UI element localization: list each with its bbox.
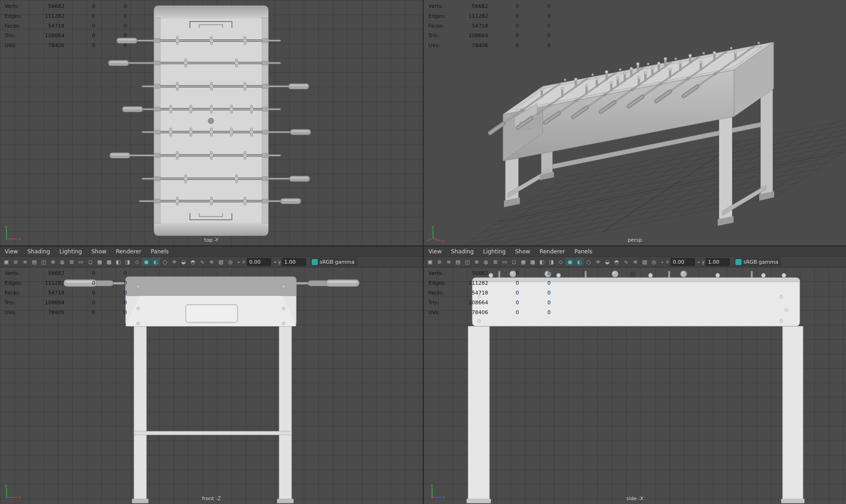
colorspace-control[interactable]: sRGB gamma xyxy=(734,258,781,266)
exposure-icon: ☼ xyxy=(242,259,246,265)
panel-side-view: ViewShadingLightingShowRendererPanels ▣⊘… xyxy=(424,246,846,504)
motion-blur-icon[interactable]: ∿ xyxy=(622,258,630,266)
resolution-gate-icon[interactable]: ◻ xyxy=(86,258,95,266)
isolate-select-icon[interactable]: ◎ xyxy=(226,258,235,266)
gamma-field[interactable]: 1.00 xyxy=(282,258,306,266)
menu-item-panels[interactable]: Panels xyxy=(570,246,597,256)
panel-menu-bar: ViewShadingLightingShowRendererPanels xyxy=(424,246,846,257)
safe-title-icon[interactable]: ◨ xyxy=(123,258,132,266)
pan-zoom-icon[interactable]: ⊕ xyxy=(49,258,57,266)
all-lights-icon[interactable]: ✛ xyxy=(170,258,179,266)
bookmark-icon[interactable]: ▤ xyxy=(30,258,39,266)
expand-caret-icon[interactable]: ▸ xyxy=(237,260,241,264)
film-gate-icon[interactable]: ▭ xyxy=(500,258,509,266)
shadows-icon[interactable]: ◒ xyxy=(603,258,612,266)
top-viewport-canvas[interactable]: Verts: 56682 0 0 Edges: 111282 0 0 Faces… xyxy=(0,0,423,245)
gate-mask-icon[interactable]: ▦ xyxy=(519,258,528,266)
menu-item-lighting[interactable]: Lighting xyxy=(478,246,510,256)
motion-blur-icon[interactable]: ∿ xyxy=(198,258,207,266)
all-lights-icon[interactable]: ✛ xyxy=(594,258,602,266)
colorspace-control[interactable]: sRGB gamma xyxy=(310,258,357,266)
safe-title-icon[interactable]: ◨ xyxy=(547,258,556,266)
grid-icon[interactable]: ⊞ xyxy=(67,258,76,266)
camera-attributes-icon[interactable]: ≡ xyxy=(444,258,453,266)
safe-action-icon[interactable]: ◧ xyxy=(114,258,123,266)
shaded-icon[interactable]: ● xyxy=(142,258,151,266)
image-plane-icon[interactable]: ◫ xyxy=(39,258,48,266)
exposure-field[interactable]: 0.00 xyxy=(247,258,271,266)
panel-persp-view: Verts: 56682 0 0 Edges: 111282 0 0 Faces… xyxy=(424,0,846,245)
field-chart-icon[interactable]: ▩ xyxy=(528,258,537,266)
default-material-icon[interactable]: ○ xyxy=(161,258,169,266)
lock-camera-icon[interactable]: ⊘ xyxy=(11,258,20,266)
grid-icon[interactable]: ⊞ xyxy=(491,258,500,266)
textured-icon[interactable]: ◐ xyxy=(151,258,160,266)
resolution-gate-icon[interactable]: ◻ xyxy=(510,258,518,266)
multisample-icon[interactable]: ≋ xyxy=(631,258,640,266)
select-camera-icon[interactable]: ▣ xyxy=(2,258,11,266)
ball xyxy=(208,118,214,124)
textured-icon[interactable]: ◐ xyxy=(575,258,584,266)
menu-item-show[interactable]: Show xyxy=(87,246,111,256)
wireframe-icon[interactable]: ◇ xyxy=(556,258,565,266)
table-top-view xyxy=(108,6,311,236)
hud-row: UVs: 78406 0 0 xyxy=(5,41,127,50)
xray-icon[interactable]: ▧ xyxy=(217,258,225,266)
oversampling-icon[interactable]: ◍ xyxy=(58,258,67,266)
image-plane-icon[interactable]: ◫ xyxy=(463,258,472,266)
axis-y-label: y xyxy=(431,483,433,488)
hud-row: Faces: 54718 0 0 xyxy=(428,21,551,31)
menu-item-view[interactable]: View xyxy=(424,246,446,256)
ambient-occlusion-icon[interactable]: ◓ xyxy=(612,258,621,266)
expand-caret-icon[interactable]: ▸ xyxy=(273,260,277,264)
lock-camera-icon[interactable]: ⊘ xyxy=(435,258,444,266)
menu-item-renderer[interactable]: Renderer xyxy=(111,246,146,256)
multisample-icon[interactable]: ≋ xyxy=(207,258,216,266)
ambient-occlusion-icon[interactable]: ◓ xyxy=(189,258,197,266)
leg-crossbar xyxy=(134,431,292,435)
pan-zoom-icon[interactable]: ⊕ xyxy=(472,258,481,266)
hud-row: Edges: 111282 0 0 xyxy=(428,11,551,21)
oversampling-icon[interactable]: ◍ xyxy=(482,258,490,266)
safe-action-icon[interactable]: ◧ xyxy=(538,258,546,266)
exposure-field[interactable]: 0.00 xyxy=(671,258,695,266)
film-gate-icon[interactable]: ▭ xyxy=(77,258,85,266)
gate-mask-icon[interactable]: ▦ xyxy=(95,258,104,266)
field-chart-icon[interactable]: ▩ xyxy=(105,258,113,266)
side-viewport-canvas[interactable]: Verts: 56682 0 0 Edges: 111282 0 0 Faces… xyxy=(424,267,846,504)
xray-icon[interactable]: ▧ xyxy=(640,258,649,266)
colorspace-icon xyxy=(312,259,318,265)
gamma-icon: γ xyxy=(702,259,705,265)
poly-count-hud: Verts: 56682 0 0 Edges: 111282 0 0 Faces… xyxy=(428,268,551,317)
menu-item-renderer[interactable]: Renderer xyxy=(535,246,570,256)
hud-row: Faces: 54718 0 0 xyxy=(5,21,127,31)
menu-item-lighting[interactable]: Lighting xyxy=(55,246,87,256)
isolate-select-icon[interactable]: ◎ xyxy=(650,258,658,266)
wireframe-icon[interactable]: ◇ xyxy=(133,258,141,266)
front-viewport-canvas[interactable]: Verts: 56682 0 0 Edges: 111282 0 0 Faces… xyxy=(0,267,423,504)
panel-menu-bar: ViewShadingLightingShowRendererPanels xyxy=(0,246,423,257)
shadows-icon[interactable]: ◒ xyxy=(179,258,188,266)
panel-toolbar: ▣⊘≡▤◫⊕◍⊞▭◻▦▩◧◨◇●◐○✛◒◓∿≋▧◎ ▸ ☼ 0.00 ▸ γ 1… xyxy=(0,257,423,267)
menu-item-shading[interactable]: Shading xyxy=(446,246,478,256)
camera-attributes-icon[interactable]: ≡ xyxy=(21,258,29,266)
menu-item-show[interactable]: Show xyxy=(510,246,535,256)
exposure-icon: ☼ xyxy=(665,259,670,265)
table-persp xyxy=(490,42,774,226)
expand-caret-icon[interactable]: ▸ xyxy=(697,260,701,264)
hud-row: UVs: 78406 0 0 xyxy=(5,308,127,317)
bookmark-icon[interactable]: ▤ xyxy=(454,258,462,266)
menu-item-panels[interactable]: Panels xyxy=(146,246,174,256)
menu-item-view[interactable]: View xyxy=(0,246,22,256)
hud-row: Tris: 108664 0 0 xyxy=(5,298,127,308)
gamma-field[interactable]: 1.00 xyxy=(706,258,730,266)
select-camera-icon[interactable]: ▣ xyxy=(426,258,434,266)
expand-caret-icon[interactable]: ▸ xyxy=(661,260,664,264)
shaded-icon[interactable]: ● xyxy=(566,258,574,266)
persp-viewport-canvas[interactable]: Verts: 56682 0 0 Edges: 111282 0 0 Faces… xyxy=(424,0,846,245)
menu-item-shading[interactable]: Shading xyxy=(22,246,55,256)
default-material-icon[interactable]: ○ xyxy=(584,258,593,266)
panel-front-view: ViewShadingLightingShowRendererPanels ▣⊘… xyxy=(0,246,423,504)
panel-top-view: Verts: 56682 0 0 Edges: 111282 0 0 Faces… xyxy=(0,0,423,245)
axis-y-label: y xyxy=(5,225,7,229)
